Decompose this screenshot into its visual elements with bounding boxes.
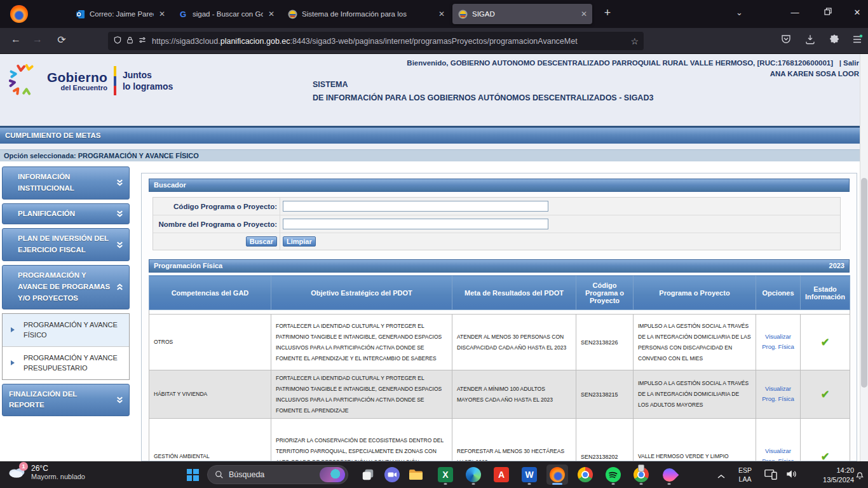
tray-clock[interactable]: 14:20 13/5/2024 [808,466,854,485]
vertical-scrollbar[interactable] [860,54,868,461]
name-field-label: Nombre del Programa o Proyecto: [153,215,280,233]
excel-icon: X [438,467,453,482]
tab-close-icon[interactable]: ✕ [268,10,275,18]
sidebar-item-programacion-avance[interactable]: PROGRAMACIÓN Y AVANCE DE PROGRAMAS Y/O P… [2,265,130,309]
sidebar-item-informacion-institucional[interactable]: INFORMACIÓN INSTITUCIONAL [2,166,130,200]
word-app-button[interactable]: W [519,464,540,485]
shield-icon[interactable] [113,36,122,46]
visualizar-prog-fisica-link[interactable]: Visualizar Prog. Física [761,384,796,404]
profile-badge-icon [638,464,644,472]
spotify-app-button[interactable] [602,464,624,485]
programacion-fisica-table: Competencias del GAD Objetivo Estratégic… [149,275,850,461]
task-view-button[interactable] [357,464,379,485]
sidebar-item-planificacion[interactable]: PLANIFICACIÓN [2,203,130,225]
tray-date: 13/5/2024 [808,475,854,485]
windows-logo-icon [187,469,199,481]
task-view-icon [361,468,375,482]
lock-icon[interactable] [126,36,134,46]
url-bar[interactable]: https://sigad3cloud.planificacion.gob.ec… [108,32,644,50]
tray-language-indicator[interactable]: ESP LAA [738,466,752,484]
outlook-icon [75,9,85,19]
logo-slogan: Juntos lo logramos [123,69,173,92]
new-tab-button[interactable]: + [600,6,615,20]
tab-close-icon[interactable]: ✕ [581,10,587,18]
search-form: Código Programa o Proyecto: Nombre del P… [153,197,841,250]
downloads-icon[interactable] [804,34,816,48]
permissions-icon[interactable] [138,36,147,46]
selected-option-bar: Opción seleccionada: PROGRAMACIÓN Y AVAN… [0,150,868,161]
tray-cast-button[interactable] [764,468,778,483]
chevron-double-down-icon [116,210,124,218]
start-button[interactable] [182,464,203,485]
acrobat-icon: A [494,467,509,482]
sidebar-menu: INFORMACIÓN INSTITUCIONAL PLANIFICACIÓN … [2,166,130,416]
menu-hamburger-icon[interactable] [851,34,863,48]
list-tabs-chevron-icon[interactable]: ⌄ [736,8,743,17]
scrollbar-thumb[interactable] [861,178,867,388]
chrome-profile-app-button[interactable] [630,464,652,485]
table-row: OTROS FORTALECER LA IDENTIDAD CULTURAL Y… [149,315,850,370]
submenu-item-avance-presupuestario[interactable]: PROGRAMACIÓN Y AVANCE PRESUPUESTARIO [3,347,129,379]
table-year: 2023 [829,260,844,272]
tray-time: 14:20 [808,466,854,475]
window-minimize-button[interactable]: — [785,8,804,17]
browser-tab-outlook[interactable]: Correo: Jaime Paredes - Outlook ✕ [70,4,170,24]
forward-button[interactable]: → [29,34,46,45]
tab-close-icon[interactable]: ✕ [438,10,445,18]
folder-icon [409,468,424,481]
col-programa: Programa o Proyecto [634,276,756,310]
file-explorer-button[interactable] [405,464,427,485]
col-objetivo: Objetivo Estratégico del PDOT [271,276,452,310]
excel-app-button[interactable]: X [435,464,456,485]
table-title: Programación Física [154,260,222,272]
sidebar-item-plan-inversion[interactable]: PLAN DE INVERSIÓN DEL EJERCICIO FISCAL [2,228,130,261]
firefox-logo-icon[interactable] [10,5,28,23]
back-button[interactable]: ← [8,34,24,45]
firefox-icon [550,467,565,482]
edge-app-button[interactable] [463,464,484,485]
visualizar-prog-fisica-link[interactable]: Visualizar Prog. Física [761,332,796,352]
taskbar-weather-widget[interactable]: 1 26°C Mayorm. nublado [6,464,85,480]
reload-button[interactable]: ⟳ [53,34,70,46]
firefox-app-button[interactable] [546,464,568,485]
tab-title: Sistema de Información para los [302,10,433,18]
menu-bar-cumplimiento[interactable]: CUMPLIMIENTO DE METAS [0,126,868,144]
sidebar-submenu: PROGRAMACIÓN Y AVANCE FÍSICO PROGRAMACIÓ… [2,313,130,380]
search-icon [215,470,224,479]
weather-condition: Mayorm. nublado [31,473,85,480]
browser-tab-google[interactable]: G sigad - Buscar con Google ✕ [173,4,280,24]
bookmark-star-icon[interactable]: ☆ [630,36,639,46]
table-row: GESTIÓN AMBIENTAL PRIORIZAR LA CONSERVAC… [149,419,850,462]
chrome-app-button[interactable] [574,464,596,485]
drop-icon [660,465,679,484]
sidebar-item-finalizacion-reporte[interactable]: FINALIZACIÓN DEL REPORTE [2,384,130,417]
chevron-double-down-icon [116,396,124,404]
buscar-button[interactable]: Buscar [246,236,277,247]
search-highlight-image[interactable] [320,467,345,482]
visualizar-prog-fisica-link[interactable]: Visualizar Prog. Física [761,446,796,461]
browser-tab-sigad-info[interactable]: Sistema de Información para los ✕ [282,4,450,24]
cast-screen-icon [764,468,778,480]
window-restore-button[interactable] [818,8,837,17]
window-close-button[interactable]: ✕ [848,8,867,17]
limpiar-button[interactable]: Limpiar [283,236,316,247]
taskbar-search-box[interactable]: Búsqueda [207,465,348,484]
chrome-icon [634,467,649,482]
pocket-icon[interactable] [780,34,792,48]
logout-link[interactable]: | Salir [839,59,859,67]
gradient-drop-app-button[interactable] [658,464,680,485]
system-title: SISTEMA DE INFORMACIÓN PARA LOS GOBIERNO… [313,78,653,104]
tray-notifications-button[interactable] [854,468,865,484]
extensions-puzzle-icon[interactable] [829,34,840,48]
submenu-item-avance-fisico[interactable]: PROGRAMACIÓN Y AVANCE FÍSICO [3,314,129,347]
name-input[interactable] [283,219,548,229]
emblem-icon [287,9,297,19]
tray-show-hidden-icons-button[interactable] [717,470,726,482]
tray-volume-button[interactable] [784,468,798,483]
chevron-double-down-icon [116,179,124,187]
browser-tab-sigad-active[interactable]: SIGAD ✕ [452,4,592,24]
tab-close-icon[interactable]: ✕ [159,10,165,18]
code-input[interactable] [283,201,548,212]
acrobat-app-button[interactable]: A [491,464,512,485]
chat-button[interactable] [381,464,403,485]
